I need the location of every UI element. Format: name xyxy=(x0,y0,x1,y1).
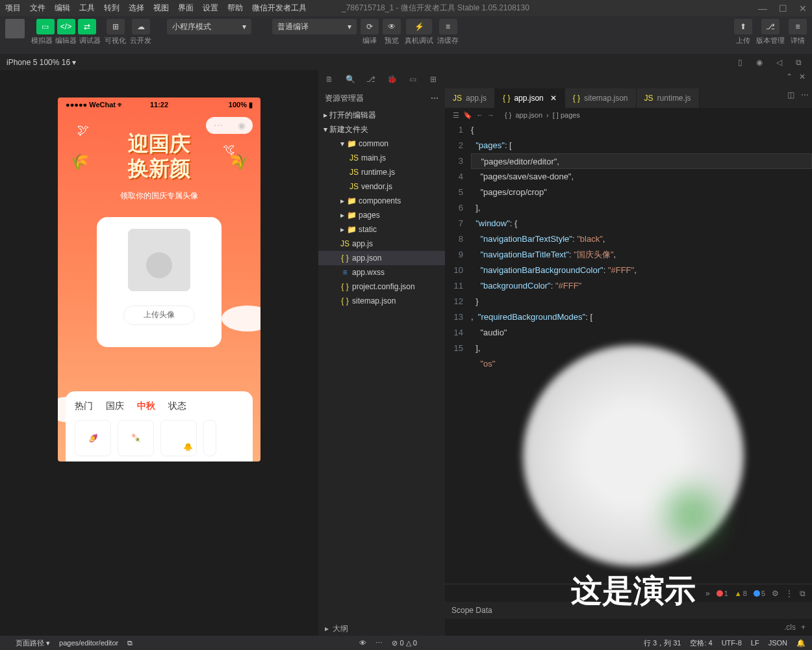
bell-icon[interactable]: 🔔 xyxy=(796,639,806,647)
clear-cache-button[interactable]: ≡ xyxy=(439,19,457,34)
file-runtime.js[interactable]: JSruntime.js xyxy=(318,165,445,179)
frame-preview-4[interactable] xyxy=(203,420,216,456)
search-icon[interactable]: 🔍 xyxy=(343,73,357,86)
box-icon[interactable]: ▭ xyxy=(405,73,420,86)
phone-icon[interactable]: ▯ xyxy=(733,56,747,69)
tab-app.js[interactable]: JSapp.js xyxy=(445,88,495,108)
more-icon[interactable]: ⋯ xyxy=(375,639,383,647)
frame-preview-3[interactable]: 🐥 xyxy=(160,420,197,456)
tab-runtime.js[interactable]: JSruntime.js xyxy=(637,88,700,108)
section-open-editors[interactable]: ▸ 打开的编辑器 xyxy=(318,108,445,122)
menu-view[interactable]: 视图 xyxy=(153,3,169,14)
frame-preview-2[interactable]: 🍡 xyxy=(118,420,154,456)
page-path-label[interactable]: 页面路径 ▾ xyxy=(16,638,50,648)
copy-path-icon[interactable]: ⧉ xyxy=(127,639,133,647)
compile-dropdown[interactable]: 普通编译▾ xyxy=(272,19,357,34)
upload-button[interactable]: ⬆ xyxy=(734,19,752,34)
editor-button[interactable]: </> xyxy=(57,19,75,34)
cursor-pos[interactable]: 行 3，列 31 xyxy=(644,638,681,648)
back-icon[interactable]: ← xyxy=(476,111,483,119)
menu-help[interactable]: 帮助 xyxy=(227,3,243,14)
file-project.config.json[interactable]: { }project.config.json xyxy=(318,280,445,294)
file-app.json[interactable]: { }app.json xyxy=(318,251,445,265)
section-new-folder[interactable]: ▾ 新建文件夹 xyxy=(318,122,445,136)
maximize-icon[interactable]: ☐ xyxy=(779,3,787,14)
compile-button[interactable]: ⟳ xyxy=(361,19,379,34)
debug-icon[interactable]: 🐞 xyxy=(385,73,399,86)
encoding[interactable]: UTF-8 xyxy=(722,639,742,647)
detail-button[interactable]: ≡ xyxy=(789,19,807,34)
hero-title-1: 迎国庆 xyxy=(58,131,260,156)
mode-dropdown[interactable]: 小程序模式▾ xyxy=(167,19,251,34)
carrier-label: ●●●●● WeChat xyxy=(66,101,116,109)
version-button[interactable]: ⎇ xyxy=(761,19,780,34)
file-main.js[interactable]: JSmain.js xyxy=(318,151,445,165)
tab-hot[interactable]: 热门 xyxy=(75,400,93,412)
menu-tools[interactable]: 工具 xyxy=(79,3,95,14)
eye-icon[interactable]: 👁 xyxy=(359,639,366,647)
file-explorer: 资源管理器 ⋯ ▸ 打开的编辑器▾ 新建文件夹▾ 📁commonJSmain.j… xyxy=(318,88,445,636)
close-icon[interactable]: ✕ xyxy=(799,3,807,14)
minimize-icon[interactable]: — xyxy=(758,3,767,14)
more-icon[interactable]: ⋯ xyxy=(431,94,438,103)
tab-autumn[interactable]: 中秋 xyxy=(137,400,155,412)
split-icon[interactable]: ◫ xyxy=(783,88,798,101)
file-app.js[interactable]: JSapp.js xyxy=(318,237,445,251)
copy-icon[interactable]: ⧉ xyxy=(791,56,806,69)
file-pages[interactable]: ▸ 📁pages xyxy=(318,208,445,222)
visual-button[interactable]: ⊞ xyxy=(107,19,125,34)
add-icon[interactable]: + xyxy=(801,623,806,632)
menu-edit[interactable]: 编辑 xyxy=(55,3,70,14)
collapse-icon[interactable]: ⌃ xyxy=(786,72,793,81)
file-vendor.js[interactable]: JSvendor.js xyxy=(318,179,445,194)
tab-app.json[interactable]: { }app.json✕ xyxy=(495,88,565,108)
debugger-button[interactable]: ⇄ xyxy=(78,19,96,34)
mute-icon[interactable]: ◁ xyxy=(772,56,786,69)
panel-close-icon[interactable]: ✕ xyxy=(799,72,806,81)
menu-file[interactable]: 文件 xyxy=(30,3,45,14)
file-common[interactable]: ▾ 📁common xyxy=(318,136,445,151)
menu-project[interactable]: 项目 xyxy=(5,3,21,14)
list-icon[interactable]: ☰ xyxy=(453,111,459,120)
files-icon[interactable]: 🗎 xyxy=(322,73,336,86)
cls-button[interactable]: .cls xyxy=(784,623,796,632)
file-sitemap.json[interactable]: { }sitemap.json xyxy=(318,294,445,308)
cloud-button[interactable]: ☁ xyxy=(132,19,150,34)
tab-status[interactable]: 状态 xyxy=(168,400,186,412)
bookmark-icon[interactable]: 🔖 xyxy=(463,111,472,120)
file-components[interactable]: ▸ 📁components xyxy=(318,194,445,208)
preview-button[interactable]: 👁 xyxy=(383,19,401,34)
record-icon[interactable]: ◉ xyxy=(752,56,767,69)
tab-national[interactable]: 国庆 xyxy=(106,400,124,412)
remote-debug-button[interactable]: ⚡ xyxy=(406,19,432,34)
eol[interactable]: LF xyxy=(751,639,759,647)
kebab-icon[interactable]: ⋮ xyxy=(785,589,793,598)
page-path[interactable]: pages/editor/editor xyxy=(59,639,118,647)
simulator-button[interactable]: ▭ xyxy=(36,19,55,34)
git-icon[interactable]: ⎇ xyxy=(364,73,378,86)
menu-wxdev[interactable]: 微信开发者工具 xyxy=(252,3,307,14)
menu-goto[interactable]: 转到 xyxy=(104,3,120,14)
file-static[interactable]: ▸ 📁static xyxy=(318,222,445,237)
language[interactable]: JSON xyxy=(768,639,787,647)
user-avatar[interactable] xyxy=(5,19,25,38)
indent[interactable]: 空格: 4 xyxy=(690,638,712,648)
outline-section[interactable]: ▸ 大纲 xyxy=(318,621,445,636)
gear-icon[interactable]: ⚙ xyxy=(772,589,779,598)
frame-preview-1[interactable]: 🍠 xyxy=(75,420,111,456)
tab-close-icon[interactable]: ✕ xyxy=(550,94,557,103)
tab-sitemap.json[interactable]: { }sitemap.json xyxy=(565,88,637,108)
menu-select[interactable]: 选择 xyxy=(129,3,144,14)
errors-summary[interactable]: ⊘ 0 △ 0 xyxy=(392,639,416,647)
file-app.wxss[interactable]: ≡app.wxss xyxy=(318,265,445,280)
device-selector[interactable]: iPhone 5 100% 16 ▾ xyxy=(6,58,76,67)
phone-status-bar: ●●●●● WeChat ᯤ 11:22 100%▮ xyxy=(58,98,260,112)
layout-icon[interactable]: ⧉ xyxy=(800,589,806,598)
menu-ui[interactable]: 界面 xyxy=(178,3,194,14)
extensions-icon[interactable]: ⊞ xyxy=(426,73,440,86)
editor-panel: 🗎 🔍 ⎇ 🐞 ▭ ⊞ 资源管理器 ⋯ ▸ 打开的编辑器▾ 新建文件夹▾ 📁co… xyxy=(318,70,812,636)
forward-icon[interactable]: → xyxy=(487,111,494,119)
upload-avatar-button[interactable]: 上传头像 xyxy=(123,306,195,325)
menu-settings[interactable]: 设置 xyxy=(203,3,218,14)
more-icon[interactable]: ⋯ xyxy=(798,88,812,101)
